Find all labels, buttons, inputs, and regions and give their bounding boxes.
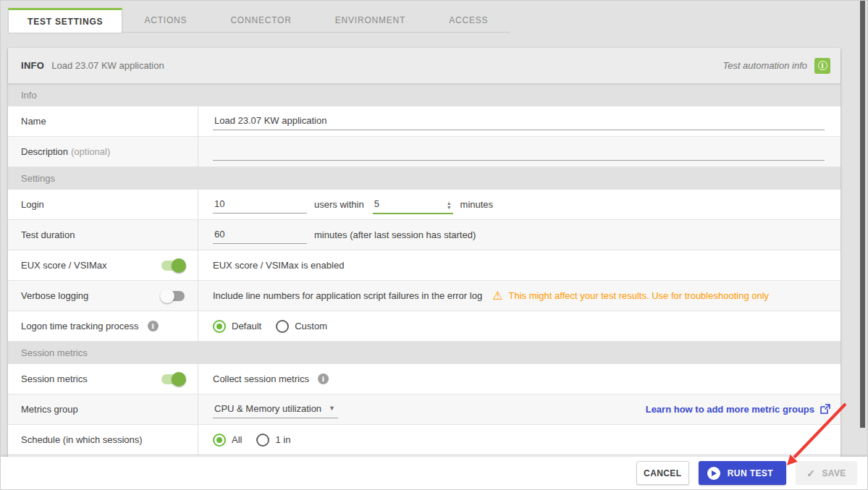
vertical-scrollbar[interactable]: [860, 1, 865, 428]
tab-access[interactable]: ACCESS: [427, 8, 510, 32]
login-minutes-input[interactable]: [373, 195, 445, 213]
schedule-label: Schedule (in which sessions): [8, 425, 198, 455]
radio-one-in[interactable]: [256, 434, 269, 447]
metric-groups-link[interactable]: Learn how to add more metric groups: [646, 404, 814, 415]
radio-all[interactable]: [213, 434, 226, 447]
test-automation-info-icon[interactable]: i: [814, 58, 830, 74]
test-name-title: Load 23.07 KW application: [51, 60, 164, 71]
row-session-metrics: Session metrics Collect session metrics …: [8, 364, 840, 394]
test-settings-card: INFO Load 23.07 KW application Test auto…: [8, 48, 840, 489]
test-duration-label: Test duration: [8, 220, 198, 250]
check-icon: ✓: [806, 468, 815, 479]
row-metrics-group: Metrics group CPU & Memory utilization ▼…: [8, 394, 840, 425]
verbose-label: Verbose logging: [21, 290, 88, 301]
minutes-text: minutes: [460, 199, 494, 210]
radio-default[interactable]: [213, 320, 226, 333]
eux-toggle[interactable]: [160, 258, 186, 273]
radio-all-label: All: [232, 434, 242, 445]
info-header-label: INFO: [21, 60, 44, 71]
row-schedule: Schedule (in which sessions) All 1 in: [8, 425, 840, 455]
name-label: Name: [8, 106, 198, 136]
session-metrics-label: Session metrics: [21, 373, 88, 384]
verbose-toggle[interactable]: [160, 289, 186, 303]
session-metrics-toggle[interactable]: [160, 372, 186, 386]
tab-actions[interactable]: ACTIONS: [122, 8, 208, 32]
optional-hint: (optional): [71, 146, 110, 157]
footer-action-bar: CANCEL RUN TEST ✓ SAVE: [1, 457, 867, 489]
metrics-group-select[interactable]: CPU & Memory utilization ▼: [213, 401, 338, 418]
tab-test-settings[interactable]: TEST SETTINGS: [8, 8, 122, 33]
test-duration-suffix: minutes (after last session has started): [314, 229, 476, 240]
warning-icon: ⚠: [492, 289, 502, 303]
radio-custom[interactable]: [276, 320, 289, 333]
verbose-warning-text: This might affect your test results. Use…: [508, 290, 769, 301]
radio-one-in-label: 1 in: [275, 434, 290, 445]
info-header-bar: INFO Load 23.07 KW application Test auto…: [8, 48, 840, 84]
row-logon-tracking: Logon time tracking process i Default Cu…: [8, 311, 840, 342]
eux-description: EUX score / VSIMax is enabled: [213, 260, 344, 271]
row-description: Description (optional): [8, 137, 840, 167]
session-metrics-info-icon[interactable]: i: [318, 373, 329, 384]
eux-label: EUX score / VSIMax: [21, 260, 106, 271]
logon-tracking-info-icon[interactable]: i: [148, 321, 159, 331]
test-duration-input[interactable]: [213, 227, 307, 244]
users-within-text: users within: [314, 199, 364, 210]
chevron-down-icon: ▼: [329, 405, 335, 412]
external-link-icon: [819, 404, 830, 415]
cancel-button[interactable]: CANCEL: [636, 461, 689, 485]
collect-session-metrics-text: Collect session metrics: [213, 373, 309, 384]
login-users-input[interactable]: [213, 196, 307, 214]
tab-connector[interactable]: CONNECTOR: [208, 8, 313, 32]
section-header-settings: Settings: [8, 167, 840, 190]
radio-custom-label: Custom: [295, 321, 327, 331]
run-test-button[interactable]: RUN TEST: [699, 461, 786, 485]
description-label: Description (optional): [8, 137, 198, 166]
number-stepper-icon[interactable]: ▲▼: [445, 201, 453, 213]
section-header-info: Info: [8, 84, 840, 106]
row-login: Login users within ▲▼ minutes: [8, 190, 840, 220]
logon-tracking-label: Logon time tracking process: [21, 321, 139, 331]
tab-environment[interactable]: ENVIRONMENT: [313, 8, 427, 32]
row-name: Name: [8, 106, 840, 137]
section-header-session-metrics: Session metrics: [8, 342, 840, 364]
metrics-group-label: Metrics group: [8, 394, 198, 424]
radio-default-label: Default: [232, 321, 261, 331]
tab-strip: TEST SETTINGS ACTIONS CONNECTOR ENVIRONM…: [8, 8, 510, 33]
login-label: Login: [8, 190, 198, 219]
login-minutes-input-wrap: ▲▼: [373, 195, 453, 214]
name-input[interactable]: [213, 113, 825, 130]
test-settings-page: { "tabs": { "items": [ { "label": "TEST …: [0, 0, 868, 490]
row-test-duration: Test duration minutes (after last sessio…: [8, 220, 840, 250]
play-icon: [707, 467, 720, 480]
save-button[interactable]: ✓ SAVE: [796, 461, 857, 485]
row-verbose-logging: Verbose logging Include line numbers for…: [8, 281, 840, 311]
test-automation-info-label: Test automation info: [722, 60, 807, 71]
description-input[interactable]: [213, 143, 825, 161]
verbose-description: Include line numbers for application scr…: [213, 290, 482, 301]
row-eux-score: EUX score / VSIMax EUX score / VSIMax is…: [8, 250, 840, 281]
